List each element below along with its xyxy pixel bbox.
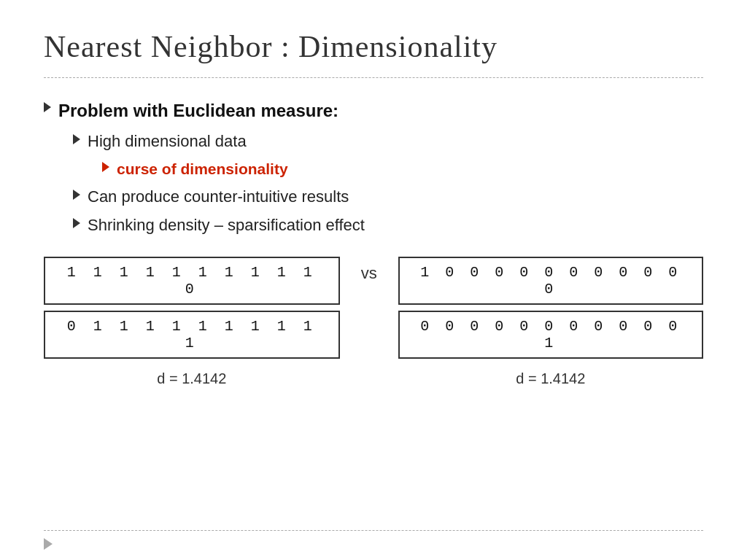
bullet-l3-1-text: curse of dimensionality [117, 158, 288, 179]
footer-arrow-icon [44, 538, 53, 550]
vs-label: vs [361, 264, 377, 283]
bullet-l1-text: Problem with Euclidean measure: [58, 98, 338, 123]
left-vector-pair: 1 1 1 1 1 1 1 1 1 1 0 0 1 1 1 1 1 1 1 1 … [44, 257, 340, 359]
left-distance-label: d = 1.4142 [157, 370, 226, 387]
bullet-l2-3-text: Shrinking density – sparsification effec… [88, 214, 365, 237]
content-area: Problem with Euclidean measure: High dim… [44, 98, 703, 531]
right-vector-group: 1 0 0 0 0 0 0 0 0 0 0 0 0 0 0 0 0 0 0 0 … [398, 257, 703, 387]
bullet-l2-1: High dimensional data [73, 131, 703, 153]
slide-title: Nearest Neighbor : Dimensionality [44, 29, 703, 64]
right-vec1: 1 0 0 0 0 0 0 0 0 0 0 0 [398, 257, 703, 305]
left-vec2: 0 1 1 1 1 1 1 1 1 1 1 [44, 311, 340, 359]
slide: Nearest Neighbor : Dimensionality Proble… [0, 0, 747, 560]
bullet-l2-3: Shrinking density – sparsification effec… [73, 214, 703, 237]
bullet-l2-2-text: Can produce counter-intuitive results [88, 186, 349, 209]
footer-divider [44, 530, 703, 531]
right-distance-label: d = 1.4142 [516, 370, 585, 387]
right-vec2: 0 0 0 0 0 0 0 0 0 0 0 1 [398, 311, 703, 359]
arrow-l3-1-icon [102, 162, 109, 172]
arrow-l2-1-icon [73, 134, 80, 144]
bullet-l2-2: Can produce counter-intuitive results [73, 186, 703, 209]
bullet-l3-1: curse of dimensionality [102, 158, 703, 179]
footer [0, 523, 747, 560]
arrow-l2-2-icon [73, 190, 80, 200]
left-vector-group: 1 1 1 1 1 1 1 1 1 1 0 0 1 1 1 1 1 1 1 1 … [44, 257, 340, 387]
right-vector-pair: 1 0 0 0 0 0 0 0 0 0 0 0 0 0 0 0 0 0 0 0 … [398, 257, 703, 359]
bullet-l2-1-text: High dimensional data [88, 131, 247, 153]
left-vec1: 1 1 1 1 1 1 1 1 1 1 0 [44, 257, 340, 305]
vectors-section: 1 1 1 1 1 1 1 1 1 1 0 0 1 1 1 1 1 1 1 1 … [44, 257, 703, 387]
title-divider [44, 77, 703, 78]
bullet-l1: Problem with Euclidean measure: [44, 98, 703, 123]
vs-label-wrapper: vs [340, 257, 398, 283]
arrow-l1-icon [44, 102, 51, 112]
arrow-l2-3-icon [73, 218, 80, 228]
